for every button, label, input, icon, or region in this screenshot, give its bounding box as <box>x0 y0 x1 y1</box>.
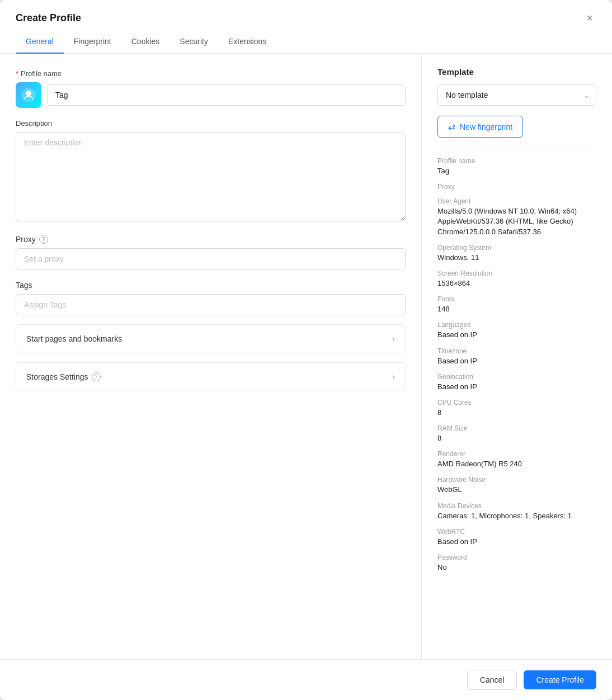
info-renderer: Renderer AMD Radeon(TM) R5 240 <box>437 450 596 469</box>
create-profile-modal: Create Profile × General Fingerprint Coo… <box>0 0 612 700</box>
tags-label: Tags <box>16 281 406 290</box>
info-fonts: Fonts 148 <box>437 295 596 314</box>
create-profile-button[interactable]: Create Profile <box>524 670 596 689</box>
proxy-label: Proxy ? <box>16 235 406 244</box>
template-select[interactable]: No template <box>437 84 596 106</box>
chevron-right-icon: › <box>392 334 395 344</box>
info-os: Operating System Windows, 11 <box>437 244 596 263</box>
template-select-wrap: No template ⌄ <box>437 84 596 106</box>
new-fingerprint-label: New fingerprint <box>460 122 512 131</box>
info-profile-name: Profile name Tag <box>437 157 596 176</box>
tab-security[interactable]: Security <box>170 30 218 54</box>
description-label: Description <box>16 119 406 127</box>
profile-name-input[interactable] <box>47 84 406 106</box>
storages-settings-row[interactable]: Storages Settings ? › <box>16 362 406 391</box>
start-pages-label: Start pages and bookmarks <box>26 334 122 343</box>
info-ram: RAM Size 8 <box>437 424 596 443</box>
storages-help-icon[interactable]: ? <box>92 372 101 381</box>
profile-name-label: * Profile name <box>16 69 406 78</box>
required-star: * <box>16 69 18 78</box>
close-button[interactable]: × <box>583 11 596 25</box>
modal-title: Create Profile <box>16 12 81 24</box>
profile-name-row <box>16 82 406 108</box>
storages-label: Storages Settings <box>26 372 88 381</box>
proxy-input[interactable] <box>16 248 406 269</box>
info-password: Password No <box>437 554 596 573</box>
tags-input[interactable] <box>16 294 406 315</box>
info-hardware-noise: Hardware Noise WebGL <box>437 476 596 495</box>
info-languages: Languages Based on IP <box>437 321 596 340</box>
info-media-devices: Media Devices Cameras: 1, Microphones: 1… <box>437 502 596 521</box>
divider <box>437 150 596 150</box>
info-timezone: Timezone Based on IP <box>437 347 596 366</box>
tab-fingerprint[interactable]: Fingerprint <box>64 30 121 54</box>
tab-bar: General Fingerprint Cookies Security Ext… <box>0 30 612 54</box>
cancel-button[interactable]: Cancel <box>467 670 517 690</box>
new-fingerprint-button[interactable]: ⇄ New fingerprint <box>437 116 523 138</box>
tab-cookies[interactable]: Cookies <box>121 30 170 54</box>
modal-footer: Cancel Create Profile <box>0 659 612 700</box>
info-webrtc: WebRTC Based on IP <box>437 528 596 547</box>
description-input[interactable] <box>16 132 406 221</box>
left-panel: * Profile name Description <box>0 54 422 659</box>
proxy-help-icon[interactable]: ? <box>39 235 48 244</box>
profile-name-label-text: Profile name <box>21 69 62 78</box>
info-proxy: Proxy <box>437 183 596 191</box>
chevron-right-icon-2: › <box>392 372 395 382</box>
modal-header: Create Profile × <box>0 0 612 25</box>
info-geolocation: Geolocation Based on IP <box>437 373 596 392</box>
tab-extensions[interactable]: Extensions <box>218 30 276 54</box>
fingerprint-icon: ⇄ <box>448 121 455 132</box>
tab-general[interactable]: General <box>16 30 64 54</box>
info-cpu: CPU Cores 8 <box>437 399 596 418</box>
right-panel: Template No template ⌄ ⇄ New fingerprint… <box>422 54 612 659</box>
profile-avatar[interactable] <box>16 82 41 108</box>
start-pages-row[interactable]: Start pages and bookmarks › <box>16 324 406 353</box>
modal-body: * Profile name Description <box>0 54 612 659</box>
info-user-agent: User Agent Mozilla/5.0 (Windows NT 10.0;… <box>437 197 596 237</box>
info-screen: Screen Resolution 1536×864 <box>437 269 596 288</box>
template-label: Template <box>437 67 596 77</box>
